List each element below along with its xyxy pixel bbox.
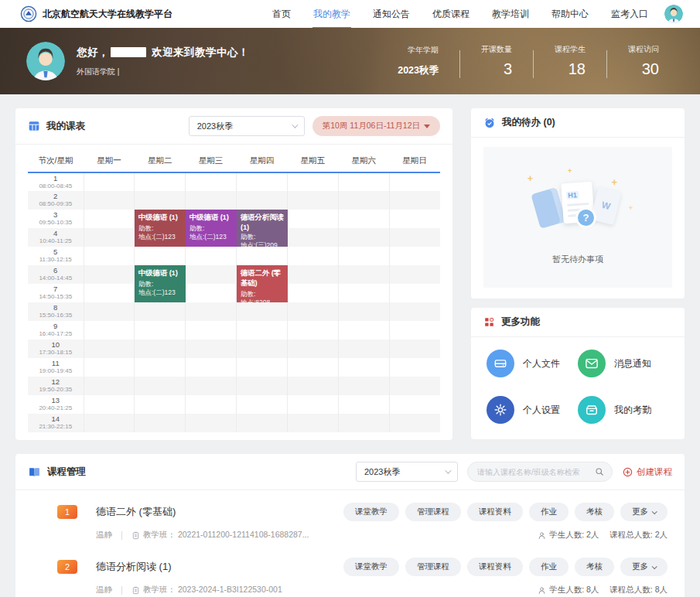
period-cell: 410:40-11:25 <box>28 228 84 247</box>
triangle-down-icon <box>424 125 430 128</box>
period-cell: 714:50-15:35 <box>28 284 84 302</box>
timetable-cell <box>287 302 338 321</box>
redacted-name <box>111 47 146 57</box>
timetable-row: 108:00-08:45 <box>28 172 440 191</box>
create-course-button[interactable]: 创建课程 <box>623 466 672 478</box>
course-title[interactable]: 德语二外 (零基础) <box>96 505 176 519</box>
nav-item-我的教学[interactable]: 我的教学 <box>312 0 351 29</box>
timetable-cell <box>389 247 440 265</box>
period-time: 15:50-16:35 <box>28 312 84 319</box>
timetable-card: 我的课表 2023秋季 第10周 11月06日-11月12日 节次/星期星期一星… <box>15 108 452 440</box>
search-icon[interactable] <box>595 467 604 476</box>
action-作业[interactable]: 作业 <box>529 503 569 521</box>
more-functions-title: 更多功能 <box>501 316 540 329</box>
course-block-assistant: 助教: <box>190 224 233 233</box>
course-block[interactable]: 德语二外 (零基础)助教:地点:8208 <box>237 265 288 302</box>
timetable-cell <box>338 358 389 377</box>
timetable-cell <box>186 172 237 191</box>
timetable-cell <box>338 172 389 191</box>
action-管理课程[interactable]: 管理课程 <box>405 503 461 521</box>
course-block-location: 地点:(二)123 <box>190 233 233 241</box>
grid-icon <box>483 316 495 328</box>
todo-empty-state: + + + + H1 W ? <box>483 147 672 288</box>
banner-avatar <box>26 42 65 80</box>
period-cell: 309:50-10:35 <box>28 210 84 228</box>
stat-label: 开课数量 <box>481 44 512 55</box>
week-selector[interactable]: 第10周 11月06日-11月12日 <box>312 116 440 136</box>
period-time: 19:50-20:35 <box>28 387 84 394</box>
timetable-cell <box>338 339 389 358</box>
course-search-input[interactable] <box>477 468 595 476</box>
top-nav: 北京航空航天大学在线教学平台 首页我的教学通知公告优质课程教学培训帮助中心监考入… <box>0 0 700 28</box>
timetable-row: 815:50-16:35 <box>28 302 440 321</box>
app-title: 北京航空航天大学在线教学平台 <box>43 8 172 21</box>
course-title[interactable]: 德语分析阅读 (1) <box>96 560 172 574</box>
period-time: 08:00-08:45 <box>28 183 84 190</box>
period-time: 11:30-12:15 <box>28 257 84 264</box>
todo-empty-illustration: + + + + H1 W ? <box>520 170 636 241</box>
action-课堂教学[interactable]: 课堂教学 <box>343 558 399 576</box>
course-block-name: 中级德语 (1) <box>138 268 182 278</box>
action-more[interactable]: 更多 <box>620 503 668 521</box>
action-考核[interactable]: 考核 <box>575 503 614 521</box>
timetable-cell <box>389 302 440 321</box>
course-block[interactable]: 德语分析阅读 (1)助教:地点:(三)209 <box>237 210 288 247</box>
action-课程资料[interactable]: 课程资料 <box>467 558 523 576</box>
timetable-cell <box>287 172 338 191</box>
timetable-title: 我的课表 <box>46 120 85 133</box>
period-cell: 916:40-17:25 <box>28 321 84 339</box>
timetable-cell <box>287 377 338 395</box>
function-个人设置[interactable]: 个人设置 <box>487 396 578 424</box>
action-课堂教学[interactable]: 课堂教学 <box>343 503 399 521</box>
timetable-cell <box>186 377 237 395</box>
action-more[interactable]: 更多 <box>620 558 668 576</box>
timetable-cell <box>389 210 440 228</box>
nav-item-帮助中心[interactable]: 帮助中心 <box>551 0 589 29</box>
timetable-term-select[interactable]: 2023秋季 <box>189 116 305 136</box>
course-block[interactable]: 中级德语 (1)助教:地点:(二)123 <box>186 210 237 247</box>
timetable-cell <box>237 247 288 265</box>
total-count: 课程总人数: 8人 <box>610 585 668 595</box>
timetable-cell <box>237 339 288 358</box>
timetable-cell <box>186 265 237 284</box>
timetable-cell <box>135 321 186 339</box>
alarm-check-icon <box>483 117 496 129</box>
period-cell: 511:30-12:15 <box>28 247 84 265</box>
timetable-cell <box>186 414 237 432</box>
course-block[interactable]: 中级德语 (1)助教:地点:(二)123 <box>135 265 186 302</box>
timetable-day-header: 星期二 <box>135 149 186 172</box>
timetable-row: 714:50-15:35 <box>28 284 440 302</box>
period-cell: 208:50-09:35 <box>28 191 84 210</box>
timetable-cell <box>84 302 135 321</box>
course-block-name: 德语二外 (零基础) <box>241 268 284 288</box>
user-avatar[interactable] <box>664 5 683 23</box>
timetable-cell <box>338 210 389 228</box>
nav-item-监考入口[interactable]: 监考入口 <box>610 0 649 29</box>
action-作业[interactable]: 作业 <box>529 558 569 576</box>
timetable-cell <box>135 302 186 321</box>
nav-item-通知公告[interactable]: 通知公告 <box>372 0 411 29</box>
function-个人文件[interactable]: 个人文件 <box>487 350 578 377</box>
greeting: 您好，欢迎来到教学中心！ <box>77 46 249 60</box>
action-管理课程[interactable]: 管理课程 <box>405 558 461 576</box>
function-消息通知[interactable]: 消息通知 <box>578 350 669 377</box>
course-management-title: 课程管理 <box>47 466 86 479</box>
stat-value: 18 <box>555 60 586 78</box>
illustration-question-badge: ? <box>575 207 596 228</box>
course-block-location: 地点:8208 <box>241 298 284 302</box>
function-我的考勤[interactable]: 我的考勤 <box>578 396 669 424</box>
action-课程资料[interactable]: 课程资料 <box>467 503 523 521</box>
action-考核[interactable]: 考核 <box>575 558 614 576</box>
todo-empty-text: 暂无待办事项 <box>552 254 603 265</box>
more-functions-grid: 个人文件消息通知个人设置我的考勤 <box>471 337 685 439</box>
course-block[interactable]: 中级德语 (1)助教:地点:(二)123 <box>135 210 186 247</box>
nav-item-首页[interactable]: 首页 <box>271 0 292 29</box>
nav-item-教学培训[interactable]: 教学培训 <box>491 0 530 29</box>
timetable-cell <box>237 321 288 339</box>
timetable-cell <box>287 284 338 302</box>
nav-item-优质课程[interactable]: 优质课程 <box>432 0 470 29</box>
timetable-cell <box>135 247 186 265</box>
function-label: 消息通知 <box>614 357 651 370</box>
brand: 北京航空航天大学在线教学平台 <box>20 5 172 22</box>
course-term-select[interactable]: 2023秋季 <box>356 462 458 482</box>
